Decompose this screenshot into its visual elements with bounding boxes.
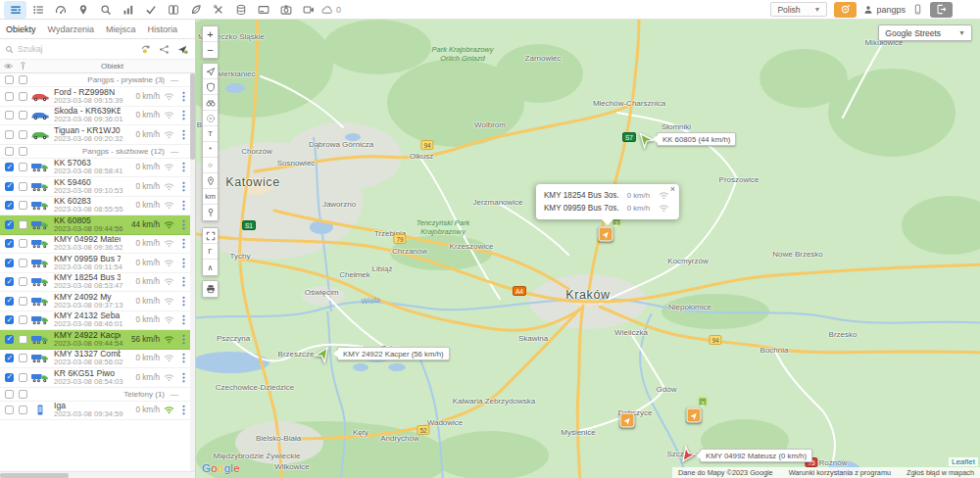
cluster-badge[interactable]: 2 bbox=[698, 397, 709, 407]
object-row[interactable]: KK 608052023-03-08 09:44:5644 km/h bbox=[0, 215, 190, 235]
attribution-link[interactable]: Zgłoś błąd w mapach bbox=[906, 468, 974, 477]
object-group-row[interactable]: Pangps - prywatne (3)— bbox=[0, 73, 190, 87]
print-button[interactable] bbox=[203, 281, 218, 297]
row-menu-button[interactable] bbox=[177, 238, 190, 249]
eco-driving-icon[interactable] bbox=[184, 1, 207, 19]
visibility-checkbox[interactable] bbox=[5, 92, 14, 101]
tracking-checkbox[interactable] bbox=[19, 220, 27, 229]
circle-button[interactable]: ○ bbox=[203, 158, 218, 173]
vehicle-nav-marker[interactable] bbox=[687, 408, 702, 423]
logbook-icon[interactable] bbox=[162, 1, 184, 19]
vehicle-nav-marker[interactable] bbox=[620, 413, 635, 428]
tracking-checkbox[interactable] bbox=[19, 182, 27, 191]
row-menu-button[interactable] bbox=[177, 129, 190, 140]
dashboard-icon[interactable] bbox=[49, 1, 72, 19]
vehicle-arrow-marker[interactable] bbox=[637, 131, 654, 148]
tracking-checkbox[interactable] bbox=[19, 239, 27, 248]
row-menu-button[interactable] bbox=[177, 334, 190, 345]
horizontal-scrollbar[interactable] bbox=[0, 471, 195, 478]
collapse-group-button[interactable]: — bbox=[171, 75, 178, 84]
visibility-checkbox[interactable] bbox=[5, 373, 14, 382]
tracking-checkbox[interactable] bbox=[19, 92, 27, 101]
share-icon[interactable] bbox=[157, 44, 172, 55]
row-menu-button[interactable] bbox=[177, 353, 190, 363]
places-icon[interactable] bbox=[72, 1, 94, 19]
visibility-checkbox[interactable] bbox=[5, 297, 14, 306]
tracking-checkbox[interactable] bbox=[19, 335, 27, 344]
attribution-link[interactable]: Warunki korzystania z programu bbox=[789, 468, 891, 477]
tracking-checkbox[interactable] bbox=[19, 111, 27, 120]
visibility-checkbox[interactable] bbox=[5, 406, 14, 414]
tasks-icon[interactable] bbox=[139, 1, 162, 19]
vehicle-nav-marker[interactable] bbox=[599, 227, 613, 242]
notifications-button[interactable]: 0 bbox=[321, 4, 341, 16]
tracking-checkbox[interactable] bbox=[19, 373, 27, 382]
scale-button[interactable]: km bbox=[203, 189, 218, 205]
logout-button[interactable] bbox=[930, 2, 953, 18]
live-tracking-button[interactable] bbox=[834, 2, 857, 18]
visibility-checkbox[interactable] bbox=[5, 147, 14, 156]
vehicle-arrow-marker[interactable] bbox=[316, 346, 332, 362]
zoom-out-button[interactable]: − bbox=[203, 42, 218, 58]
object-row[interactable]: KR 6KG51 Piwo2023-03-08 08:54:030 km/h bbox=[0, 368, 190, 388]
search-input[interactable] bbox=[18, 44, 134, 54]
row-menu-button[interactable] bbox=[177, 110, 190, 120]
row-menu-button[interactable] bbox=[177, 181, 190, 192]
object-row[interactable]: KMY 24092 My2023-03-08 09:37:130 km/h bbox=[0, 292, 190, 311]
object-group-row[interactable]: Pangps - służbowe (12)— bbox=[0, 145, 190, 159]
object-row[interactable]: Iga2023-03-08 09:34:590 km/h bbox=[0, 402, 190, 421]
close-icon[interactable]: × bbox=[670, 185, 675, 194]
visibility-checkbox[interactable] bbox=[5, 335, 14, 344]
tab-historia[interactable]: Historia bbox=[141, 20, 183, 38]
objects-icon[interactable] bbox=[26, 1, 49, 19]
object-row[interactable]: Ford - RZ9998N2023-03-08 09:15:390 km/h bbox=[0, 87, 190, 107]
scrollbar-thumb[interactable] bbox=[190, 73, 195, 160]
row-menu-button[interactable] bbox=[177, 162, 190, 172]
tab-obiekty[interactable]: Obiekty bbox=[0, 20, 42, 38]
object-group-row[interactable]: Telefony (1)— bbox=[0, 388, 190, 402]
row-menu-button[interactable] bbox=[177, 276, 190, 287]
search-icon[interactable] bbox=[94, 1, 117, 19]
visibility-checkbox[interactable] bbox=[5, 390, 14, 399]
video-icon[interactable] bbox=[297, 1, 319, 19]
object-row[interactable]: KK 570632023-03-08 08:58:410 km/h bbox=[0, 159, 190, 178]
labels-button[interactable]: T bbox=[203, 126, 218, 142]
tracking-checkbox[interactable] bbox=[19, 315, 27, 324]
statistics-icon[interactable] bbox=[117, 1, 139, 19]
visibility-checkbox[interactable] bbox=[5, 130, 14, 139]
pin-button[interactable] bbox=[203, 205, 218, 220]
object-row[interactable]: KK 594602023-03-08 09:10:530 km/h bbox=[0, 177, 190, 197]
visibility-checkbox[interactable] bbox=[5, 182, 14, 191]
fuel-icon[interactable] bbox=[229, 1, 252, 19]
object-row[interactable]: KMY 09959 Bus 7os.2023-03-08 09:11:540 k… bbox=[0, 254, 190, 273]
collapse-group-button[interactable]: — bbox=[171, 147, 178, 156]
tracking-icon[interactable] bbox=[175, 44, 190, 55]
tracking-checkbox[interactable] bbox=[19, 147, 27, 156]
measure-angle-button[interactable]: ∧ bbox=[203, 260, 218, 275]
tracking-checkbox[interactable] bbox=[19, 297, 27, 306]
tools-icon[interactable] bbox=[207, 1, 229, 19]
geofence-button[interactable] bbox=[203, 79, 218, 95]
object-row[interactable]: KK 602832023-03-08 08:55:550 km/h bbox=[0, 197, 190, 216]
visibility-checkbox[interactable] bbox=[5, 354, 14, 362]
row-menu-button[interactable] bbox=[177, 258, 190, 268]
row-menu-button[interactable] bbox=[177, 91, 190, 102]
tracking-checkbox[interactable] bbox=[19, 406, 27, 414]
object-row[interactable]: KMY 04992 Mateusz2023-03-08 09:36:520 km… bbox=[0, 235, 190, 255]
row-menu-button[interactable] bbox=[177, 219, 190, 230]
row-menu-button[interactable] bbox=[177, 405, 190, 415]
object-row[interactable]: Tiguan - KR1WJ072023-03-08 09:20:320 km/… bbox=[0, 125, 190, 145]
object-row[interactable]: Skoda - KR639KE2023-03-08 09:36:010 km/h bbox=[0, 107, 190, 126]
tracking-checkbox[interactable] bbox=[19, 354, 27, 362]
poi-button[interactable] bbox=[203, 95, 218, 111]
locate-button[interactable] bbox=[203, 64, 218, 79]
mobile-app-button[interactable] bbox=[912, 4, 923, 15]
fullscreen-button[interactable] bbox=[203, 228, 218, 244]
visibility-checkbox[interactable] bbox=[5, 111, 14, 120]
object-row[interactable]: KMY 18254 Bus 3os.2023-03-08 08:53:470 k… bbox=[0, 273, 190, 293]
visibility-checkbox[interactable] bbox=[5, 315, 14, 324]
map[interactable]: Miasteczko ŚląskieŚwierklaniecBytomChorz… bbox=[196, 20, 980, 478]
tab-wydarzenia[interactable]: Wydarzenia bbox=[42, 20, 100, 38]
tracking-checkbox[interactable] bbox=[19, 201, 27, 210]
object-row[interactable]: KMY 24922 Kacper2023-03-08 09:44:5456 km… bbox=[0, 330, 190, 350]
